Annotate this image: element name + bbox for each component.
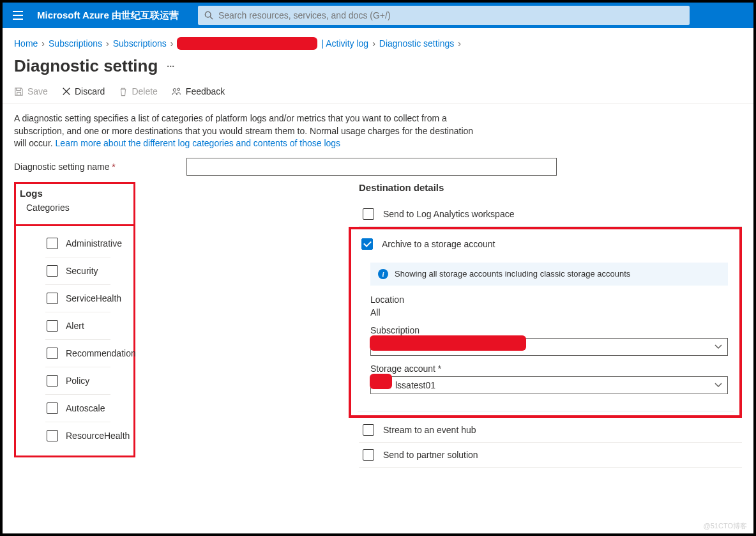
destination-heading: Destination details	[352, 182, 742, 193]
category-row: Autoscale	[45, 395, 110, 422]
storage-label: Storage account *	[370, 364, 728, 374]
location-label: Location	[370, 295, 728, 305]
dest-eventhub-row: Stream to an event hub	[359, 418, 742, 443]
dest-partner-row: Send to partner solution	[359, 443, 742, 468]
chevron-down-icon	[714, 383, 722, 388]
chevron-down-icon	[714, 344, 722, 349]
hamburger-icon[interactable]	[10, 8, 26, 23]
crumb-redacted	[177, 37, 317, 50]
brand-label: Microsoft Azure 由世纪互联运营	[37, 10, 179, 22]
category-row: ServiceHealth	[45, 285, 110, 312]
search-input[interactable]	[218, 10, 683, 20]
partner-checkbox[interactable]	[363, 449, 374, 461]
svg-point-2	[173, 88, 176, 91]
crumb-subscriptions-2[interactable]: Subscriptions	[113, 38, 167, 49]
category-checkbox[interactable]	[47, 238, 58, 249]
category-row: Policy	[45, 367, 110, 395]
crumb-diagnostic[interactable]: Diagnostic settings	[379, 38, 455, 49]
crumb-home[interactable]: Home	[14, 38, 38, 49]
svg-line-1	[210, 17, 213, 19]
eventhub-label: Stream to an event hub	[383, 425, 476, 435]
partner-label: Send to partner solution	[383, 450, 478, 460]
archive-label: Archive to a storage account	[382, 239, 495, 249]
learn-more-link[interactable]: Learn more about the different log categ…	[56, 138, 340, 148]
category-row: Alert	[45, 312, 110, 340]
category-checkbox[interactable]	[47, 430, 58, 441]
category-label: ServiceHealth	[66, 293, 121, 303]
watermark: @51CTO博客	[704, 521, 747, 531]
location-field: Location All	[370, 295, 728, 318]
name-label: Diagnostic setting name *	[14, 162, 180, 172]
logs-heading: Logs	[20, 188, 130, 199]
log-analytics-checkbox[interactable]	[363, 208, 374, 220]
breadcrumb: Home› Subscriptions› Subscriptions› | Ac…	[3, 28, 753, 55]
location-value: All	[370, 307, 728, 318]
category-checkbox[interactable]	[47, 320, 58, 332]
category-label: Alert	[66, 321, 84, 331]
feedback-button[interactable]: Feedback	[172, 86, 225, 96]
category-checkbox[interactable]	[47, 265, 58, 277]
category-checkbox[interactable]	[47, 348, 58, 359]
page-title: Diagnostic setting	[14, 56, 158, 76]
storage-field: Storage account * lssatest01	[370, 364, 728, 394]
eventhub-checkbox[interactable]	[363, 424, 374, 436]
storage-redacted	[370, 374, 392, 389]
category-checkbox[interactable]	[47, 402, 58, 414]
category-checkbox[interactable]	[47, 293, 58, 304]
archive-highlight-box: Archive to a storage account i Showing a…	[349, 227, 742, 418]
category-label: Autoscale	[66, 403, 105, 413]
info-icon: i	[378, 269, 388, 279]
category-checkbox[interactable]	[47, 375, 58, 387]
dest-log-analytics-row: Send to Log Analytics workspace	[359, 202, 742, 227]
page-title-row: Diagnostic setting ···	[3, 55, 753, 82]
subscription-field: Subscription	[370, 325, 728, 356]
category-row: Administrative	[45, 230, 110, 257]
subscription-dropdown[interactable]	[370, 338, 728, 356]
category-label: Security	[66, 266, 98, 276]
subscription-label: Subscription	[370, 325, 728, 335]
more-icon[interactable]: ···	[167, 61, 174, 72]
logs-heading-box: Logs Categories	[14, 182, 135, 226]
info-text: Showing all storage accounts including c…	[395, 269, 630, 279]
close-icon	[62, 87, 71, 96]
info-banner: i Showing all storage accounts including…	[370, 263, 728, 286]
search-icon	[204, 11, 213, 20]
categories-heading: Categories	[20, 203, 130, 213]
category-row: Security	[45, 257, 110, 285]
feedback-icon	[172, 87, 182, 96]
storage-dropdown[interactable]: lssatest01	[370, 376, 728, 394]
category-label: Policy	[66, 376, 89, 386]
command-bar: Save Discard Delete Feedback	[3, 82, 753, 103]
category-row: Recommendation	[45, 340, 110, 367]
category-label: Administrative	[66, 238, 122, 249]
crumb-subscriptions-1[interactable]: Subscriptions	[49, 38, 102, 49]
category-label: Recommendation	[66, 348, 136, 358]
top-bar: Microsoft Azure 由世纪互联运营	[3, 3, 753, 28]
archive-block: Archive to a storage account i Showing a…	[358, 232, 734, 411]
search-box[interactable]	[198, 6, 690, 25]
svg-point-0	[205, 11, 211, 17]
name-field-row: Diagnostic setting name *	[14, 158, 742, 176]
save-button[interactable]: Save	[14, 86, 48, 96]
discard-button[interactable]: Discard	[62, 86, 105, 96]
archive-checkbox[interactable]	[361, 238, 373, 250]
description-text: A diagnostic setting specifies a list of…	[14, 112, 487, 150]
subscription-redacted	[370, 335, 526, 351]
save-icon	[14, 87, 24, 96]
category-label: ResourceHealth	[66, 431, 130, 441]
setting-name-input[interactable]	[186, 158, 557, 176]
log-analytics-label: Send to Log Analytics workspace	[383, 209, 514, 219]
delete-button[interactable]: Delete	[119, 86, 157, 96]
crumb-activity-log[interactable]: | Activity log	[321, 38, 368, 49]
svg-point-3	[178, 88, 180, 91]
category-row: ResourceHealth	[45, 422, 110, 449]
dest-archive-row: Archive to a storage account	[358, 232, 734, 256]
logs-categories-box: AdministrativeSecurityServiceHealthAlert…	[14, 224, 135, 457]
trash-icon	[119, 87, 128, 96]
